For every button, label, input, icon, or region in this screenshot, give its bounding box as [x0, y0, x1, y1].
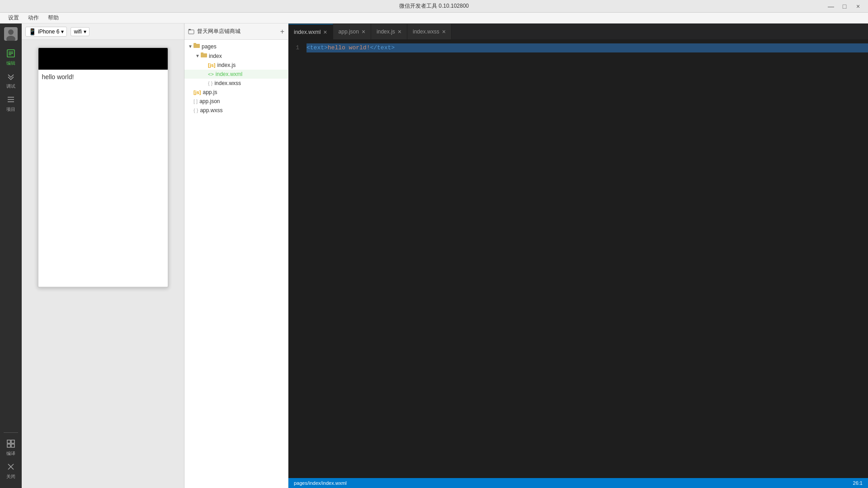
tree-label-pages: pages — [202, 43, 217, 50]
sidebar-item-close[interactable]: 关闭 — [1, 460, 21, 483]
tree-label-app-js: app.js — [203, 89, 217, 95]
debug-icon — [6, 72, 15, 82]
svg-rect-11 — [11, 440, 14, 443]
menu-actions[interactable]: 动作 — [24, 13, 43, 23]
tree-item-index-js[interactable]: ▶ [js] index.js — [184, 61, 288, 70]
tree-item-app-wxss[interactable]: ▶ { } app.wxss — [184, 106, 288, 115]
folder-pages-icon — [193, 43, 200, 50]
svg-point-1 — [8, 29, 14, 35]
filetree-body: ▼ pages ▼ index ▶ [js] index.js — [184, 40, 288, 488]
network-chevron-icon: ▾ — [84, 28, 86, 35]
sidebar-compile-label: 编译 — [6, 450, 15, 457]
tab-index-js[interactable]: index.js × — [371, 24, 407, 39]
tab-label-index-js: index.js — [377, 28, 395, 35]
js-file-icon: [js] — [208, 62, 216, 68]
phone-content: hello world! — [38, 70, 168, 287]
project-icon — [188, 28, 194, 35]
close-icon — [6, 462, 15, 473]
sidebar-item-project-label: 项目 — [6, 106, 15, 113]
arrow-index: ▼ — [195, 53, 201, 58]
tab-app-json[interactable]: app.json × — [333, 24, 372, 39]
avatar[interactable] — [4, 27, 18, 41]
network-selector[interactable]: wifi ▾ — [71, 27, 89, 36]
sidebar-item-project[interactable]: 项目 — [1, 92, 21, 115]
svg-rect-10 — [7, 440, 10, 443]
sidebar-bottom: 编译 关闭 — [0, 429, 22, 488]
tree-item-app-js[interactable]: ▶ [js] app.js — [184, 88, 288, 97]
statusbar-path: pages/index/index.wxml — [294, 480, 347, 486]
titlebar: 微信开发者工具 0.10.102800 — □ × — [0, 0, 868, 13]
device-name: iPhone 6 — [38, 28, 59, 35]
tab-close-index-wxss[interactable]: × — [442, 28, 446, 35]
app-wxss-icon: { } — [193, 108, 198, 113]
code-tag-open: <text> — [307, 44, 328, 51]
network-name: wifi — [74, 28, 81, 35]
tree-item-index-wxml[interactable]: ▶ <> index.wxml — [184, 70, 288, 79]
svg-rect-21 — [201, 52, 203, 54]
titlebar-title: 微信开发者工具 0.10.102800 — [399, 2, 469, 10]
svg-rect-20 — [201, 53, 207, 57]
tree-item-pages[interactable]: ▼ pages — [184, 42, 288, 51]
sidebar-close-label: 关闭 — [6, 474, 15, 480]
sidebar-item-edit-label: 编辑 — [6, 60, 15, 66]
tree-label-index-js: index.js — [217, 62, 236, 68]
tab-index-wxml[interactable]: index.wxml × — [288, 24, 333, 39]
folder-index-icon — [201, 52, 207, 59]
sidebar-divider — [4, 432, 18, 433]
menu-help[interactable]: 帮助 — [43, 13, 63, 23]
tab-label-app-json: app.json — [339, 28, 359, 35]
wxml-file-icon: <> — [208, 71, 214, 77]
main-container: 编辑 调试 项目 — [0, 24, 868, 488]
preview-panel: 📱 iPhone 6 ▾ wifi ▾ hello world! — [22, 24, 184, 488]
svg-rect-16 — [189, 30, 194, 34]
sidebar: 编辑 调试 项目 — [0, 24, 22, 488]
menubar: 设置 动作 帮助 — [0, 13, 868, 24]
preview-area: hello world! — [22, 40, 184, 488]
app-js-icon: [js] — [193, 90, 201, 95]
maximize-button[interactable]: □ — [838, 1, 851, 11]
chevron-down-icon: ▾ — [61, 28, 64, 35]
sidebar-item-edit[interactable]: 编辑 — [1, 46, 21, 69]
svg-rect-13 — [11, 444, 14, 447]
statusbar-position: 26:1 — [853, 480, 863, 486]
app-json-icon: [ ] — [193, 99, 198, 104]
tab-close-index-js[interactable]: × — [398, 28, 401, 35]
wxss-file-icon: { } — [208, 81, 212, 86]
line-number-1: 1 — [288, 43, 307, 52]
preview-toolbar: 📱 iPhone 6 ▾ wifi ▾ — [22, 24, 184, 40]
sidebar-item-compile[interactable]: 编译 — [1, 436, 21, 460]
editor-panel: index.wxml × app.json × index.js × index… — [288, 24, 868, 488]
svg-rect-17 — [189, 29, 191, 30]
code-tag-close: </text> — [370, 44, 395, 51]
tree-label-app-json: app.json — [199, 98, 220, 104]
project-icon — [6, 95, 15, 105]
add-file-button[interactable]: + — [280, 28, 284, 36]
svg-rect-18 — [193, 44, 200, 48]
statusbar-right: 26:1 — [853, 480, 863, 486]
phone-frame: hello world! — [38, 47, 169, 288]
project-name: 督天网单店铺商城 — [197, 28, 278, 35]
editor-statusbar: pages/index/index.wxml 26:1 — [288, 478, 868, 488]
minimize-button[interactable]: — — [825, 1, 837, 11]
editor-tabs: index.wxml × app.json × index.js × index… — [288, 24, 868, 40]
sidebar-item-debug[interactable]: 调试 — [1, 69, 21, 92]
phone-hello-text: hello world! — [42, 73, 74, 81]
line-content-1: <text>hello world!</text> — [307, 43, 868, 52]
tree-item-index-wxss[interactable]: ▶ { } index.wxss — [184, 79, 288, 88]
tab-close-index-wxml[interactable]: × — [323, 29, 327, 35]
tree-item-index-folder[interactable]: ▼ index — [184, 51, 288, 61]
menu-settings[interactable]: 设置 — [4, 13, 24, 23]
tab-label-index-wxss: index.wxss — [413, 28, 439, 35]
close-button[interactable]: × — [852, 1, 864, 11]
tab-index-wxss[interactable]: index.wxss × — [407, 24, 452, 39]
tab-label-index-wxml: index.wxml — [294, 29, 321, 35]
tab-close-app-json[interactable]: × — [362, 28, 365, 35]
tree-label-index-wxml: index.wxml — [216, 71, 242, 77]
editor-content[interactable]: 1 <text>hello world!</text> — [288, 40, 868, 478]
arrow-pages: ▼ — [188, 44, 193, 49]
device-selector[interactable]: 📱 iPhone 6 ▾ — [25, 27, 67, 37]
code-line-1: 1 <text>hello world!</text> — [288, 43, 868, 52]
edit-icon — [6, 49, 15, 59]
svg-rect-12 — [7, 444, 10, 447]
tree-item-app-json[interactable]: ▶ [ ] app.json — [184, 97, 288, 106]
